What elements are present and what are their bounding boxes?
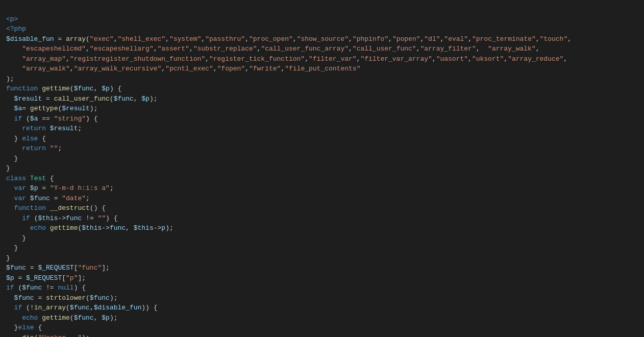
php-open-tag: <?php [6,25,26,33]
line-return-empty: return ""; [6,145,62,152]
line-close-destruct: } [6,244,18,252]
line-disable-fun-3: "array_map","registregister_shutdown_fun… [6,55,567,63]
line-else: } else { [6,135,46,142]
line-echo-gettime: echo gettime($this->func, $this->p); [6,224,174,232]
line-array-close: ); [6,75,14,83]
html-open-tag: <p> [6,15,18,23]
line-p-request: $p = $_REQUEST["p"]; [6,274,86,282]
code-block: <p> <?php $disable_fun = array("exec","s… [0,0,644,337]
line-else2: }else { [6,324,42,331]
line-class-def: class Test { [6,175,54,182]
line-strtolower: $func = strtolower($func); [6,294,117,302]
line-disable-fun-4: "array_walk","array_walk_recursive","pcn… [6,65,360,73]
line-close-class: } [6,254,10,262]
line-function-def: function gettime($func, $p) { [6,85,121,92]
line-echo-gettime2: echo gettime($func, $p); [6,314,118,322]
line-close-func: } [6,164,10,172]
line-func-request: $func = $_REQUEST["func"]; [6,264,110,272]
line-gettype: $a= gettype($result); [6,105,97,112]
line-disable-fun: $disable_fun = array("exec","shell_exec"… [6,35,572,43]
line-return-result: return $result; [6,125,82,132]
line-close-if: } [6,155,18,162]
line-destruct: function __destruct() { [6,204,106,212]
line-close-if2: } [6,234,26,242]
line-if-func: if ($this->func != "") { [6,214,118,222]
line-if-null: if ($func != null) { [6,284,86,292]
line-if-string: if ($a == "string") { [6,115,97,123]
line-var-func: var $func = "date"; [6,195,90,202]
line-in-array: if (!in_array($func,$disable_fun)) { [6,304,158,311]
line-result: $result = call_user_func($func, $p); [6,95,158,103]
line-die: die("Hacker..."); [6,334,90,338]
line-var-p: var $p = "Y-m-d h:i:s a"; [6,184,114,192]
line-disable-fun-2: "escapeshellcmd","escapeshellarg","asser… [6,45,540,53]
